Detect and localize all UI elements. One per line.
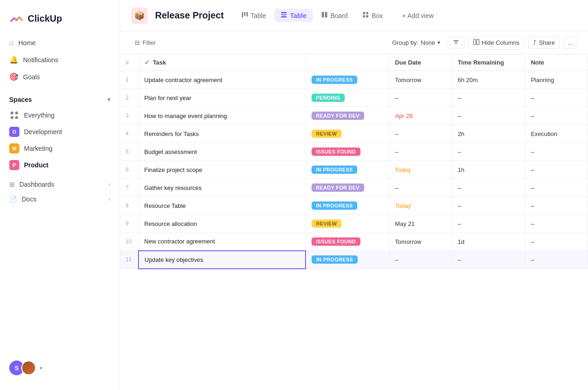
view-tabs: Table Table Board Box — [235, 9, 389, 22]
user-menu[interactable]: S ▾ — [9, 360, 42, 375]
sidebar-item-dashboards[interactable]: ⊞ Dashboards › — [4, 177, 116, 192]
cell-status: READY FOR DEV — [306, 179, 389, 197]
docs-label: Docs — [22, 195, 36, 203]
task-table-container: # ✓ Task Due Date Time Remaining Note 1 … — [120, 54, 588, 390]
filter-button[interactable]: ⊟ Filter — [131, 37, 160, 48]
table-row[interactable]: 1 Update contractor agreement IN PROGRES… — [120, 71, 588, 89]
svg-rect-15 — [366, 15, 368, 18]
svg-rect-10 — [322, 12, 324, 18]
sidebar-item-notifications[interactable]: 🔔 Notifications — [4, 52, 116, 68]
table-row[interactable]: 9 Resource allocation REVIEW May 21 – – — [120, 215, 588, 233]
status-badge: ISSUES FOUND — [312, 237, 360, 246]
sidebar-item-docs[interactable]: 📄 Docs › — [4, 192, 116, 207]
table-row[interactable]: 8 Resource Table IN PROGRESS Today – – — [120, 197, 588, 215]
sidebar: ClickUp ⌂ Home 🔔 Notifications 🎯 Goals S… — [0, 0, 120, 390]
svg-rect-13 — [366, 12, 368, 14]
cell-num: 6 — [120, 161, 138, 179]
svg-rect-17 — [477, 39, 479, 45]
cell-task[interactable]: Update key objectives — [138, 251, 306, 269]
sidebar-item-marketing[interactable]: M Marketing — [4, 140, 116, 157]
cell-task[interactable]: Update contractor agreement — [138, 71, 306, 89]
hide-columns-button[interactable]: Hide Columns — [468, 36, 525, 49]
cell-num: 7 — [120, 179, 138, 197]
cell-task[interactable]: Gather key resources — [138, 179, 306, 197]
sidebar-item-goals-label: Goals — [23, 73, 40, 81]
col-due-date[interactable]: Due Date — [389, 54, 452, 71]
svg-rect-16 — [474, 39, 476, 45]
tab-board[interactable]: Table — [235, 9, 272, 22]
more-icon: ... — [568, 39, 573, 46]
svg-rect-4 — [242, 12, 243, 18]
spaces-chevron-icon: ▾ — [108, 96, 110, 103]
cell-task[interactable]: Budget assessment — [138, 143, 306, 161]
status-badge: IN PROGRESS — [312, 255, 358, 264]
share-button[interactable]: ⤴ Share — [528, 36, 560, 49]
tab-table[interactable]: Table — [274, 9, 313, 22]
docs-chevron-icon: › — [108, 196, 110, 202]
toolbar: ⊟ Filter Group by: None ▾ Hide Columns — [120, 31, 588, 54]
table-row[interactable]: 11 Update key objectives IN PROGRESS – –… — [120, 251, 588, 269]
sort-icon — [453, 39, 459, 47]
sidebar-item-goals[interactable]: 🎯 Goals — [4, 69, 116, 85]
table-row[interactable]: 7 Gather key resources READY FOR DEV – –… — [120, 179, 588, 197]
board-view-label: Board — [330, 12, 348, 19]
sidebar-item-development[interactable]: D Development — [4, 124, 116, 140]
cell-due: May 21 — [389, 215, 452, 233]
cell-num: 2 — [120, 89, 138, 107]
tab-board-view[interactable]: Board — [315, 9, 354, 22]
cell-time: – — [452, 143, 525, 161]
more-options-button[interactable]: ... — [564, 36, 577, 49]
cell-num: 3 — [120, 107, 138, 125]
col-task-label: Task — [153, 59, 166, 66]
cell-note: – — [525, 233, 588, 251]
everything-label: Everything — [24, 112, 54, 119]
table-row[interactable]: 2 Plan for next year PENDING – – – — [120, 89, 588, 107]
cell-time: – — [452, 89, 525, 107]
spaces-header[interactable]: Spaces ▾ — [4, 92, 116, 107]
marketing-avatar: M — [9, 143, 19, 154]
col-task[interactable]: ✓ Task — [138, 54, 306, 71]
cell-status: REVIEW — [306, 215, 389, 233]
sidebar-item-notifications-label: Notifications — [23, 56, 58, 64]
cell-note: – — [525, 215, 588, 233]
add-view-button[interactable]: + Add view — [396, 9, 439, 22]
cell-time: 2h — [452, 125, 525, 143]
sidebar-item-home-label: Home — [18, 39, 36, 47]
table-row[interactable]: 5 Budget assessment ISSUES FOUND – – – — [120, 143, 588, 161]
status-badge: IN PROGRESS — [312, 165, 358, 174]
cell-task[interactable]: Plan for next year — [138, 89, 306, 107]
col-time-remaining[interactable]: Time Remaining — [452, 54, 525, 71]
cell-due: Today — [389, 161, 452, 179]
cell-task[interactable]: Reminders for Tasks — [138, 125, 306, 143]
table-row[interactable]: 6 Finalize project scope IN PROGRESS Tod… — [120, 161, 588, 179]
box-icon — [362, 12, 369, 19]
development-avatar: D — [9, 127, 19, 137]
cell-status: ISSUES FOUND — [306, 143, 389, 161]
group-by-value: None — [421, 39, 435, 46]
table-row[interactable]: 10 New contractor agreement ISSUES FOUND… — [120, 233, 588, 251]
cell-task[interactable]: Resource Table — [138, 197, 306, 215]
product-label: Product — [24, 161, 48, 169]
cell-task[interactable]: How to manage event planning — [138, 107, 306, 125]
cell-note: – — [525, 179, 588, 197]
cell-num: 10 — [120, 233, 138, 251]
cell-task[interactable]: Resource allocation — [138, 215, 306, 233]
cell-due: Tomorrow — [389, 233, 452, 251]
tab-box[interactable]: Box — [356, 9, 389, 22]
cell-task[interactable]: Finalize project scope — [138, 161, 306, 179]
cell-due: Tomorrow — [389, 71, 452, 89]
group-by-button[interactable]: Group by: None ▾ — [389, 37, 444, 48]
sidebar-item-product[interactable]: P Product — [4, 157, 116, 173]
cell-task[interactable]: New contractor agreement — [138, 233, 306, 251]
sort-button[interactable] — [448, 36, 464, 49]
development-label: Development — [24, 128, 62, 136]
svg-rect-7 — [281, 12, 287, 13]
col-note[interactable]: Note — [525, 54, 588, 71]
svg-rect-8 — [281, 14, 287, 15]
table-row[interactable]: 4 Reminders for Tasks REVIEW – 2h Execut… — [120, 125, 588, 143]
table-row[interactable]: 3 How to manage event planning READY FOR… — [120, 107, 588, 125]
sidebar-item-everything[interactable]: Everything — [4, 107, 116, 124]
sidebar-item-home[interactable]: ⌂ Home — [4, 35, 116, 51]
cell-num: 9 — [120, 215, 138, 233]
svg-rect-9 — [281, 16, 287, 18]
